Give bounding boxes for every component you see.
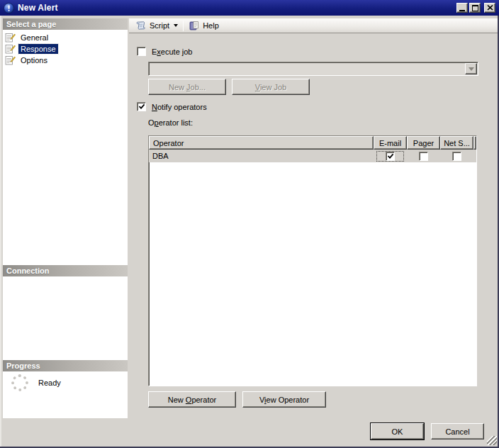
- pager-checkbox[interactable]: [419, 152, 428, 161]
- script-button[interactable]: Script: [133, 19, 181, 33]
- progress-header: Progress: [3, 360, 128, 371]
- maximize-button[interactable]: [469, 3, 481, 13]
- connection-header: Connection: [3, 265, 128, 276]
- connection-panel: [3, 276, 128, 360]
- execute-job-row: Execute job: [137, 47, 193, 56]
- chevron-down-icon: [174, 24, 178, 27]
- alert-icon: [4, 3, 14, 13]
- new-alert-dialog: New Alert Select a page General: [0, 0, 499, 448]
- titlebar: New Alert: [0, 0, 499, 16]
- help-label: Help: [203, 21, 219, 30]
- notify-operators-checkbox[interactable]: [137, 102, 146, 111]
- resize-grip[interactable]: [487, 436, 497, 445]
- help-icon: [189, 20, 200, 31]
- progress-status: Ready: [38, 379, 61, 387]
- check-icon: [138, 103, 145, 110]
- script-label: Script: [150, 21, 169, 30]
- minimize-button[interactable]: [456, 3, 468, 13]
- netsend-checkbox[interactable]: [452, 152, 461, 161]
- column-header-pager[interactable]: Pager: [407, 136, 440, 150]
- execute-job-checkbox[interactable]: [137, 47, 146, 56]
- operator-list-label: Operator list:: [148, 118, 193, 127]
- operator-table: Operator E-mail Pager Net S... DBA: [148, 135, 477, 386]
- execute-job-label[interactable]: Execute job: [152, 47, 193, 56]
- page-icon: [5, 55, 16, 65]
- email-cell-focus: [376, 150, 405, 162]
- column-header-netsend[interactable]: Net S...: [440, 136, 473, 150]
- toolbar-separator: [183, 21, 184, 31]
- view-operator-button[interactable]: View Operator: [242, 391, 326, 408]
- script-icon: [135, 20, 147, 31]
- help-button[interactable]: Help: [186, 19, 222, 33]
- sidebar-item-label: Options: [18, 55, 50, 65]
- progress-spinner-icon: [11, 374, 28, 391]
- column-header-email[interactable]: E-mail: [374, 136, 407, 150]
- toolbar: Script Help: [129, 18, 498, 33]
- email-cell: [374, 150, 407, 162]
- maximize-icon: [472, 5, 478, 11]
- select-a-page-header: Select a page: [3, 18, 128, 30]
- sidebar-item-general[interactable]: General: [3, 32, 128, 43]
- new-operator-button[interactable]: New Operator: [148, 391, 236, 408]
- sidebar-item-response[interactable]: Response: [3, 43, 128, 55]
- cancel-button[interactable]: Cancel: [431, 423, 484, 439]
- window-title: New Alert: [18, 3, 58, 13]
- notify-operators-row: Notify operators: [137, 102, 207, 111]
- dropdown-icon: [469, 67, 474, 71]
- sidebar-item-options[interactable]: Options: [3, 55, 128, 66]
- page-icon: [5, 44, 16, 54]
- sidebar-item-label: General: [18, 33, 50, 43]
- netsend-cell: [440, 152, 473, 161]
- check-icon: [387, 153, 394, 159]
- minimize-icon: [459, 10, 465, 11]
- page-list-panel: General Response Options: [3, 30, 128, 265]
- table-row[interactable]: DBA: [149, 150, 476, 162]
- page-icon: [5, 33, 16, 43]
- close-button[interactable]: [484, 3, 495, 13]
- view-job-button: View Job: [232, 79, 310, 95]
- progress-panel: Ready: [3, 371, 128, 418]
- job-combobox: [148, 62, 478, 76]
- job-combobox-arrow: [465, 63, 477, 74]
- operator-name: DBA: [149, 152, 374, 160]
- operator-table-header: Operator E-mail Pager Net S...: [149, 136, 476, 150]
- column-header-operator[interactable]: Operator: [149, 136, 374, 150]
- email-checkbox[interactable]: [386, 152, 395, 161]
- new-job-button: New Job...: [148, 79, 226, 95]
- column-header-filler: [473, 136, 476, 150]
- notify-operators-label[interactable]: Notify operators: [152, 103, 207, 111]
- pager-cell: [407, 152, 440, 161]
- sidebar-item-label: Response: [18, 44, 58, 54]
- ok-button[interactable]: OK: [371, 423, 424, 439]
- close-icon: [487, 5, 493, 11]
